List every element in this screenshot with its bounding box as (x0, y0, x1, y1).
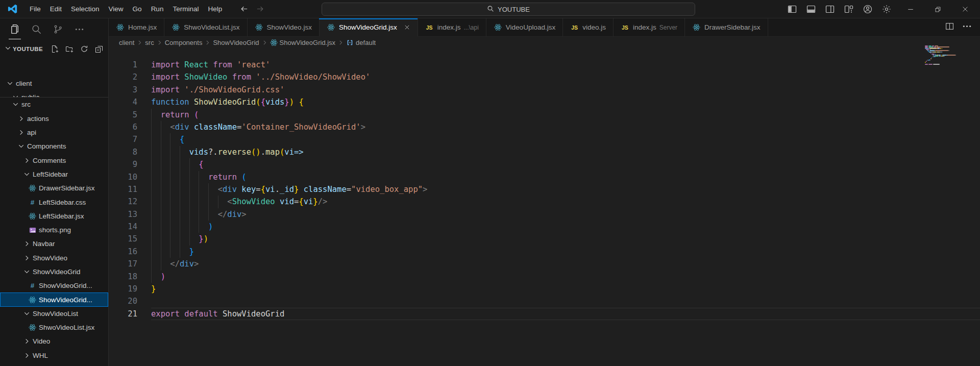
menu-edit[interactable]: Edit (45, 3, 66, 15)
layout-sidebar-icon[interactable] (787, 4, 797, 14)
tab-home-jsx[interactable]: Home.jsx (109, 18, 164, 36)
tree-item-label: LeftSidebar.css (39, 199, 86, 206)
tree-item-label: ShowVideoList (33, 310, 78, 318)
minimize-window-icon[interactable] (907, 6, 914, 13)
tree-folder-Navbar[interactable]: Navbar (0, 237, 108, 251)
breadcrumb-components[interactable]: Components (165, 39, 203, 46)
tree-folder-ShowVideoList[interactable]: ShowVideoList (0, 307, 108, 321)
code-line-19: } (151, 283, 980, 295)
menu-go[interactable]: Go (128, 3, 146, 15)
tab-index-js[interactable]: JSindex.js...\api (418, 18, 486, 36)
split-editor-icon[interactable] (945, 22, 954, 33)
tree-file-ShowVideoGrid...[interactable]: ShowVideoGrid... (0, 292, 108, 306)
explorer-actions (51, 45, 103, 53)
tree-folder-public[interactable]: public (0, 90, 108, 97)
code-line-7: { (151, 133, 980, 145)
chevron-down-icon[interactable] (4, 44, 12, 54)
tab-showvideogrid-jsx[interactable]: ShowVideoGrid.jsx (320, 18, 418, 37)
tree-file-ShowVideoGrid...[interactable]: #ShowVideoGrid... (0, 279, 108, 292)
refresh-icon[interactable] (80, 45, 88, 53)
tab-drawersidebar-jsx[interactable]: DrawerSidebar.jsx (685, 18, 768, 36)
tab-shwovideolist-jsx[interactable]: ShwoVideoList.jsx (164, 18, 247, 36)
layout-sidebar-right-icon[interactable] (825, 4, 835, 14)
activity-source-control[interactable] (51, 19, 64, 39)
activity-explorer[interactable] (8, 19, 21, 39)
tab-label: video.js (582, 23, 606, 31)
minimap[interactable] (925, 45, 964, 66)
menu-file[interactable]: File (25, 3, 45, 15)
settings-icon[interactable] (881, 4, 892, 14)
tree-file-ShwoVideoList.jsx[interactable]: ShwoVideoList.jsx (0, 321, 108, 334)
tree-folder-ShowVideo[interactable]: ShowVideo (0, 251, 108, 265)
menu-help[interactable]: Help (203, 3, 227, 15)
file-tree: clientpublicsrcactionsapiComponentsComme… (0, 77, 108, 366)
code-line-6: <div className='Container_ShowVideoGrid'… (151, 121, 980, 133)
tree-row-clipped: public (0, 90, 108, 97)
command-center-search[interactable]: YOUTUBE (322, 3, 695, 16)
tree-file-LeftSidebar.css[interactable]: #LeftSidebar.css (0, 195, 108, 209)
menu-terminal[interactable]: Terminal (168, 3, 203, 15)
breadcrumb-showvideogrid[interactable]: ShowVideoGrid (213, 39, 259, 46)
menu-run[interactable]: Run (146, 3, 168, 15)
chevron-right-icon (22, 254, 31, 262)
tree-file-LeftSidebar.jsx[interactable]: LeftSidebar.jsx (0, 209, 108, 223)
activity-search[interactable] (30, 19, 43, 39)
code-line-20 (151, 295, 980, 307)
tab-index-js[interactable]: JSindex.jsServer (614, 18, 685, 36)
breadcrumb-separator-icon (261, 39, 268, 46)
breadcrumb-showvideogrid-jsx[interactable]: ShowVideoGrid.jsx (270, 39, 336, 46)
close-tab-icon[interactable] (404, 24, 410, 31)
tree-item-label: public (21, 93, 39, 97)
tree-item-label: actions (27, 115, 49, 123)
tree-folder-Comments[interactable]: Comments (0, 153, 108, 167)
tab-showvideo-jsx[interactable]: ShowVideo.jsx (248, 18, 320, 36)
editor-group: Home.jsxShwoVideoList.jsxShowVideo.jsxSh… (109, 18, 980, 366)
code-line-4: function ShowVideoGrid({vids}) { (151, 96, 980, 108)
breadcrumb-default[interactable]: default (346, 39, 376, 46)
layout-panel-icon[interactable] (806, 4, 816, 14)
tree-folder-api[interactable]: api (0, 126, 108, 139)
tree-folder-Video[interactable]: Video (0, 334, 108, 348)
tree-item-label: WHL (33, 352, 48, 359)
code-line-18: ) (151, 271, 980, 283)
tree-file-shorts.png[interactable]: shorts.png (0, 223, 108, 237)
layout-customize-icon[interactable] (844, 4, 854, 14)
react-icon (28, 184, 37, 192)
code-line-2: import ShowVideo from '../ShowVideo/Show… (151, 71, 980, 83)
chevron-right-icon (22, 352, 31, 359)
tree-file-DrawerSidebar.jsx[interactable]: DrawerSidebar.jsx (0, 181, 108, 195)
go-back-icon[interactable] (240, 5, 249, 13)
breadcrumb-label: src (145, 39, 154, 46)
menu-view[interactable]: View (104, 3, 128, 15)
close-window-icon[interactable] (962, 6, 969, 13)
tree-folder-ShowVideoGrid[interactable]: ShowVideoGrid (0, 265, 108, 279)
tree-folder-actions[interactable]: actions (0, 112, 108, 126)
more-icon[interactable] (962, 21, 972, 33)
tree-folder-src[interactable]: src (0, 97, 108, 111)
tab-video-js[interactable]: JSvideo.js (563, 18, 614, 36)
account-icon[interactable] (863, 4, 873, 14)
collapse-all-icon[interactable] (95, 45, 103, 53)
activity-more[interactable] (72, 19, 86, 39)
menu-selection[interactable]: Selection (66, 3, 104, 15)
tree-folder-client[interactable]: client (0, 77, 108, 90)
go-forward-icon[interactable] (256, 5, 264, 13)
menu-bar: FileEditSelectionViewGoRunTerminalHelp (25, 3, 227, 15)
new-file-icon[interactable] (51, 45, 59, 53)
tree-folder-WHL[interactable]: WHL (0, 349, 108, 362)
code-editor[interactable]: 123456789101112131415161718192021 import… (109, 48, 980, 366)
tree-file-AllRoutes.jsx[interactable]: AllRoutes.jsx (0, 362, 108, 366)
tree-folder-LeftSidebar[interactable]: LeftSidebar (0, 167, 108, 181)
breadcrumb-src[interactable]: src (145, 39, 154, 46)
breadcrumb-client[interactable]: client (119, 39, 134, 46)
new-folder-icon[interactable] (65, 45, 74, 53)
tree-item-label: ShowVideoGrid... (39, 296, 92, 304)
tree-folder-Components[interactable]: Components (0, 139, 108, 153)
restore-window-icon[interactable] (935, 6, 941, 13)
chevron-right-icon (16, 115, 26, 123)
chevron-down-icon (22, 170, 31, 178)
tab-label: DrawerSidebar.jsx (704, 23, 761, 31)
tree-item-label: Navbar (33, 240, 55, 248)
react-icon (327, 23, 335, 31)
tab-videoupload-jsx[interactable]: VideoUpload.jsx (486, 18, 563, 36)
